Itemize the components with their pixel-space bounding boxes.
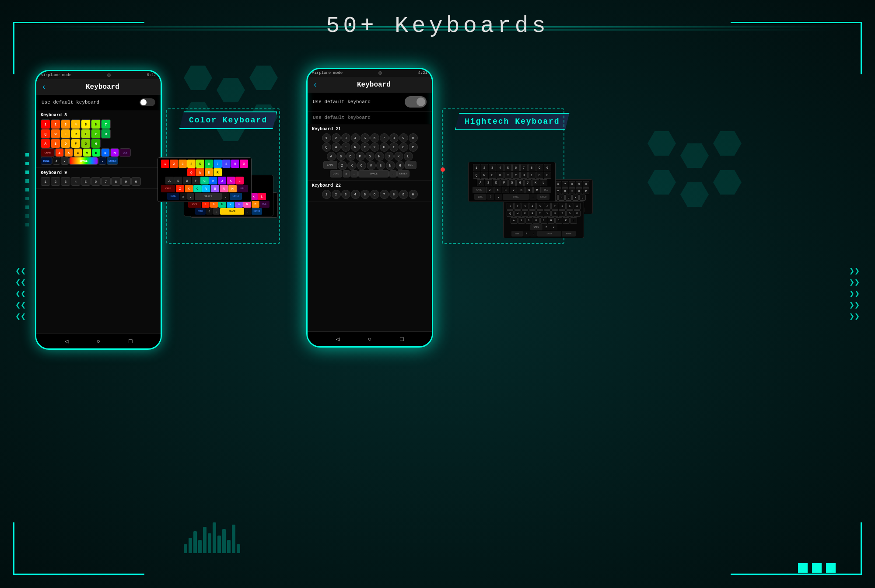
keyboard-8-item[interactable]: Keyboard 8 1 2 3 4 5 6 7 Q W	[36, 110, 161, 168]
color-keyboard-layer-1: 1 2 3 4 5 6 7 8 9 0 Q W E R A S D F G H …	[158, 157, 252, 202]
phone-header-left: ‹ Keyboard	[36, 79, 161, 95]
pagination-dot-1[interactable]	[798, 563, 808, 573]
nav-square-right[interactable]: □	[400, 336, 403, 343]
red-dot-right	[441, 167, 445, 172]
keyboard-title-left: Keyboard	[50, 83, 155, 91]
hex-bg-2	[648, 131, 744, 207]
back-arrow-right[interactable]: ‹	[313, 80, 318, 89]
keyboard-list-right[interactable]: Keyboard 21 1 2 3 4 5 6 7 8 9 0	[308, 124, 432, 331]
phone-nav-left: ◁ ○ □	[36, 334, 161, 348]
airplane-mode-left: Airplane mode	[41, 73, 71, 77]
back-arrow-left[interactable]: ‹	[42, 83, 46, 91]
keyboard-22-preview: 1 2 3 4 5 6 7 8 9 0	[312, 190, 427, 199]
toggle-row-left: Use default keyboard	[36, 95, 161, 110]
keyboard-21-label: Keyboard 21	[312, 127, 427, 132]
phone-left: Airplane mode 6:17 ‹ Keyboard Use defaul…	[35, 70, 162, 350]
phone-header-right: ‹ Keyboard	[308, 77, 432, 93]
keyboard-8-preview: 1 2 3 4 5 6 7 Q W E R T Y	[41, 119, 156, 165]
keyboard-9-label: Keyboard 9	[41, 170, 156, 175]
corner-decoration-tl	[13, 22, 144, 74]
airplane-mode-right: Airplane mode	[312, 71, 343, 75]
keyboard-title-right: Keyboard	[321, 81, 427, 89]
keyboard-list-left[interactable]: Keyboard 8 1 2 3 4 5 6 7 Q W	[36, 110, 161, 334]
phone-nav-right: ◁ ○ □	[308, 331, 432, 346]
toggle-label-left: Use default keyboard	[42, 100, 99, 105]
nav-home-left[interactable]: ○	[97, 338, 100, 345]
nav-back-left[interactable]: ◁	[65, 337, 68, 345]
keyboard-9-preview: 1 2 3 4 5 6 7 8 9 0	[41, 177, 156, 186]
corner-decoration-br	[731, 522, 862, 575]
nav-back-right[interactable]: ◁	[336, 335, 340, 343]
nav-home-right[interactable]: ○	[368, 336, 371, 343]
toggle-label-right-2: Use default keyboard	[313, 115, 371, 120]
pagination-dot-2[interactable]	[812, 563, 822, 573]
main-title: 50+ Keyboards	[326, 13, 549, 39]
toggle-switch-right[interactable]	[405, 96, 427, 108]
toggle-switch-left[interactable]	[140, 98, 155, 106]
left-dots	[25, 153, 29, 226]
pagination-dot-3[interactable]	[826, 563, 836, 573]
keyboard-22-item[interactable]: Keyboard 22 1 2 3 4 5 6 7 8 9 0	[308, 181, 432, 202]
hightech-keyboard-layer-2: 1 2 3 4 5 6 7 8 9 0 Q W E R T Y U I O P …	[503, 201, 584, 238]
status-bar-left: Airplane mode 6:17	[36, 71, 161, 79]
corner-decoration-tr	[731, 22, 862, 74]
time-left: 6:17	[147, 73, 156, 77]
keyboard-21-item[interactable]: Keyboard 21 1 2 3 4 5 6 7 8 9 0	[308, 124, 432, 181]
pagination	[798, 563, 836, 573]
corner-decoration-bl	[13, 522, 144, 575]
toggle-row-right: Use default keyboard	[308, 93, 432, 111]
hightech-keyboard-layer-1: 1 2 3 4 5 6 7 8 9 0 Q W E R T Y U I O P …	[468, 162, 556, 202]
time-right: 4:21	[418, 71, 427, 75]
right-arrows: ❯❯ ❯❯ ❯❯ ❯❯ ❯❯	[849, 267, 860, 321]
toggle-label-right: Use default keyboard	[313, 99, 371, 104]
eq-bars	[184, 522, 240, 553]
keyboard-9-item[interactable]: Keyboard 9 1 2 3 4 5 6 7 8 9 0	[36, 168, 161, 189]
keyboard-8-label: Keyboard 8	[41, 113, 156, 118]
status-bar-right: Airplane mode 4:21	[308, 69, 432, 77]
keyboard-21-preview: 1 2 3 4 5 6 7 8 9 0 Q W E	[312, 133, 427, 177]
toggle-row-right-2: Use default keyboard	[308, 111, 432, 124]
left-arrows: ❮❮ ❮❮ ❮❮ ❮❮ ❮❮	[15, 267, 26, 321]
phone-right: Airplane mode 4:21 ‹ Keyboard Use defaul…	[306, 68, 433, 348]
nav-square-left[interactable]: □	[129, 338, 132, 345]
keyboard-22-label: Keyboard 22	[312, 183, 427, 188]
